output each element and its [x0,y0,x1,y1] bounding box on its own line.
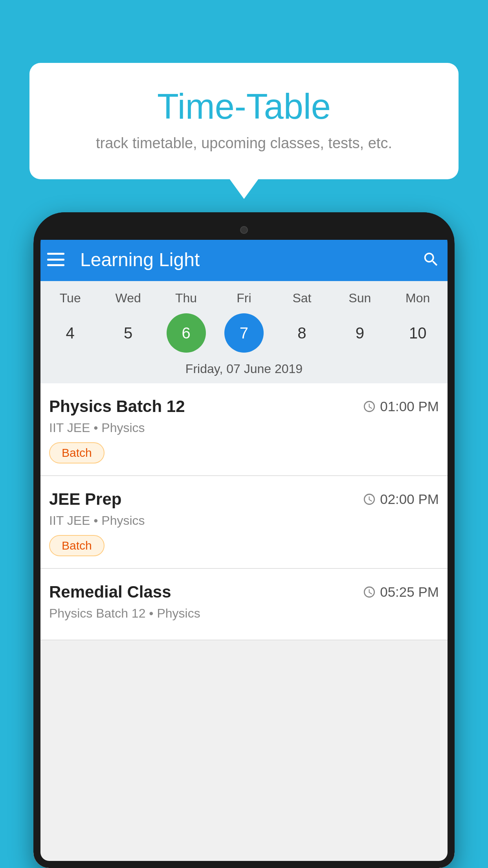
day-header-fri: Fri [224,291,264,305]
day-header-sun: Sun [340,291,380,305]
calendar-strip: Tue Wed Thu Fri Sat Sun Mon 4 5 6 7 8 9 … [33,281,455,383]
batch-badge-1: Batch [49,442,105,463]
class-item-jee-prep[interactable]: JEE Prep 02:00 PM IIT JEE • Physics Batc… [33,476,455,569]
phone-frame: 14:29 [33,212,455,868]
batch-badge-2: Batch [49,535,105,556]
class-time-3: 05:25 PM [363,584,439,600]
phone-screen: Learning Light Tue Wed Thu Fri Sat Sun M… [33,238,455,868]
class-name-1: Physics Batch 12 [49,397,185,416]
class-time-2: 02:00 PM [363,491,439,507]
phone-notch [33,212,455,240]
class-item-header-1: Physics Batch 12 01:00 PM [49,397,439,416]
class-meta-3: Physics Batch 12 • Physics [49,606,439,621]
day-header-mon: Mon [398,291,437,305]
selected-date-label: Friday, 07 June 2019 [33,359,455,383]
search-button[interactable] [421,250,441,269]
class-time-text-3: 05:25 PM [380,584,439,600]
day-header-wed: Wed [108,291,148,305]
day-header-tue: Tue [51,291,90,305]
class-item-physics-batch-12[interactable]: Physics Batch 12 01:00 PM IIT JEE • Phys… [33,383,455,476]
day-header-sat: Sat [282,291,321,305]
calendar-day-5[interactable]: 5 [108,313,148,353]
clock-icon-2 [363,493,376,506]
calendar-day-8[interactable]: 8 [282,313,321,353]
calendar-day-9[interactable]: 9 [340,313,380,353]
hamburger-line-2 [47,259,64,261]
class-time-text-2: 02:00 PM [380,491,439,507]
class-meta-2: IIT JEE • Physics [49,513,439,528]
day-headers: Tue Wed Thu Fri Sat Sun Mon [33,287,455,309]
bubble-title: Time-Table [49,86,439,127]
class-name-3: Remedial Class [49,583,171,601]
class-meta-1: IIT JEE • Physics [49,421,439,435]
camera-dot [240,226,248,234]
hamburger-line-1 [47,253,64,255]
calendar-day-4[interactable]: 4 [51,313,90,353]
day-numbers: 4 5 6 7 8 9 10 [33,309,455,359]
class-list: Physics Batch 12 01:00 PM IIT JEE • Phys… [33,383,455,640]
calendar-day-7-selected[interactable]: 7 [224,313,264,353]
app-bar-title: Learning Light [80,249,421,270]
speech-bubble: Time-Table track timetable, upcoming cla… [29,63,459,179]
class-item-header-2: JEE Prep 02:00 PM [49,490,439,509]
app-bar: Learning Light [33,238,455,281]
hamburger-menu-icon[interactable] [47,253,64,266]
day-header-thu: Thu [167,291,206,305]
notch-cutout [220,222,268,238]
calendar-day-10[interactable]: 10 [398,313,437,353]
hamburger-line-3 [47,264,64,266]
calendar-day-6-today[interactable]: 6 [167,313,206,353]
clock-icon-1 [363,400,376,413]
clock-icon-3 [363,585,376,599]
class-time-1: 01:00 PM [363,399,439,414]
class-item-header-3: Remedial Class 05:25 PM [49,583,439,601]
search-icon [422,250,440,268]
class-time-text-1: 01:00 PM [380,399,439,414]
class-name-2: JEE Prep [49,490,121,509]
bubble-subtitle: track timetable, upcoming classes, tests… [49,135,439,152]
class-item-remedial[interactable]: Remedial Class 05:25 PM Physics Batch 12… [33,569,455,640]
